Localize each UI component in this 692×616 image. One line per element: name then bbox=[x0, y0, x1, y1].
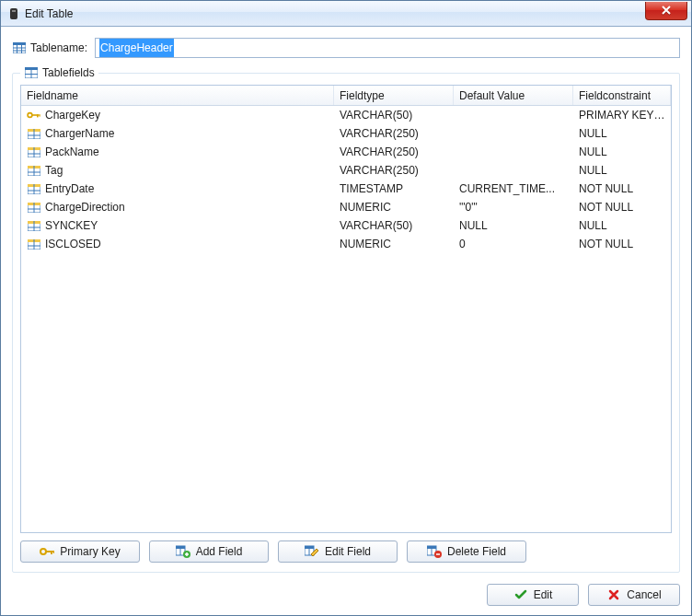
field-constraint: PRIMARY KEY N... bbox=[573, 109, 671, 122]
check-icon bbox=[513, 587, 528, 602]
field-constraint: NULL bbox=[573, 127, 671, 140]
tablename-row: Tablename: ChargeHeader bbox=[12, 38, 680, 58]
field-type: VARCHAR(250) bbox=[334, 164, 454, 177]
field-name: ISCLOSED bbox=[45, 238, 101, 250]
column-icon bbox=[27, 181, 41, 196]
field-type: TIMESTAMP bbox=[334, 182, 454, 195]
svg-rect-46 bbox=[51, 551, 52, 554]
fields-body: ChargeKeyVARCHAR(50)PRIMARY KEY N...Char… bbox=[21, 106, 671, 532]
svg-rect-3 bbox=[13, 42, 26, 45]
tablename-input[interactable]: ChargeHeader bbox=[95, 38, 680, 58]
edit-table-window: Edit Table Tablename: ChargeHeader Ta bbox=[0, 0, 692, 616]
table-row[interactable]: PackNameVARCHAR(250)NULL bbox=[21, 143, 671, 161]
tablefields-group: Tablefields Fieldname Fieldtype Default … bbox=[12, 73, 680, 573]
key-icon bbox=[27, 108, 41, 122]
tablename-label: Tablename: bbox=[30, 41, 87, 54]
close-button[interactable] bbox=[645, 2, 687, 20]
field-constraint: NULL bbox=[573, 164, 671, 177]
field-constraint: NOT NULL bbox=[573, 238, 671, 250]
add-field-icon bbox=[176, 544, 190, 559]
column-icon bbox=[27, 126, 41, 141]
column-icon bbox=[27, 200, 41, 215]
svg-rect-14 bbox=[37, 114, 39, 117]
tablename-value: ChargeHeader bbox=[99, 39, 174, 57]
svg-rect-15 bbox=[40, 114, 40, 116]
fields-list[interactable]: Fieldname Fieldtype Default Value Fieldc… bbox=[20, 85, 672, 533]
field-type: VARCHAR(50) bbox=[334, 109, 454, 122]
edit-button[interactable]: Edit bbox=[487, 584, 579, 606]
column-icon bbox=[27, 218, 41, 233]
column-icon bbox=[27, 145, 41, 159]
column-icon bbox=[27, 163, 41, 178]
field-constraint: NULL bbox=[573, 219, 671, 232]
table-row[interactable]: ISCLOSEDNUMERIC0NOT NULL bbox=[21, 235, 671, 253]
primary-key-button[interactable]: Primary Key bbox=[20, 540, 140, 563]
field-constraint: NOT NULL bbox=[573, 182, 671, 195]
table-row[interactable]: SYNCKEYVARCHAR(50)NULLNULL bbox=[21, 216, 671, 235]
titlebar: Edit Table bbox=[1, 1, 691, 27]
add-field-button[interactable]: Add Field bbox=[149, 540, 269, 563]
table-icon bbox=[12, 41, 27, 55]
field-type: VARCHAR(250) bbox=[334, 127, 454, 140]
field-constraint: NULL bbox=[573, 145, 671, 158]
field-type: NUMERIC bbox=[334, 201, 454, 214]
header-fieldconstraint[interactable]: Fieldconstraint bbox=[573, 86, 671, 105]
table-row[interactable]: ChargeDirectionNUMERIC'"0"'NOT NULL bbox=[21, 198, 671, 216]
svg-rect-47 bbox=[53, 551, 54, 553]
field-default: NULL bbox=[454, 219, 573, 232]
field-default: '"0"' bbox=[454, 201, 573, 214]
dialog-footer: Edit Cancel bbox=[1, 582, 691, 615]
svg-rect-1 bbox=[12, 10, 16, 12]
delete-field-button[interactable]: Delete Field bbox=[407, 540, 526, 563]
field-default: 0 bbox=[454, 238, 573, 250]
field-default: CURRENT_TIME... bbox=[454, 182, 573, 195]
field-name: Tag bbox=[45, 164, 63, 177]
field-type: NUMERIC bbox=[334, 238, 454, 250]
column-icon bbox=[27, 237, 41, 251]
app-icon bbox=[6, 6, 21, 21]
field-type: VARCHAR(250) bbox=[334, 145, 454, 158]
table-row[interactable]: EntryDateTIMESTAMPCURRENT_TIME...NOT NUL… bbox=[21, 180, 671, 198]
window-title: Edit Table bbox=[25, 7, 73, 20]
field-buttons-row: Primary Key Add Field Edit Field bbox=[20, 540, 672, 563]
edit-field-button[interactable]: Edit Field bbox=[278, 540, 398, 563]
table-row[interactable]: TagVARCHAR(250)NULL bbox=[21, 161, 671, 180]
fields-icon bbox=[24, 65, 39, 80]
field-name: ChargeDirection bbox=[45, 201, 125, 214]
field-name: SYNCKEY bbox=[45, 219, 98, 232]
field-type: VARCHAR(50) bbox=[334, 219, 454, 232]
edit-field-icon bbox=[305, 544, 319, 559]
header-defaultvalue[interactable]: Default Value bbox=[454, 86, 573, 105]
delete-field-icon bbox=[427, 544, 442, 559]
client-area: Tablename: ChargeHeader Tablefields Fiel… bbox=[1, 27, 691, 582]
field-constraint: NOT NULL bbox=[573, 201, 671, 214]
svg-point-12 bbox=[28, 113, 32, 118]
table-row[interactable]: ChargerNameVARCHAR(250)NULL bbox=[21, 124, 671, 143]
field-name: ChargerName bbox=[45, 127, 114, 140]
field-name: EntryDate bbox=[45, 182, 94, 195]
cancel-icon bbox=[606, 587, 621, 602]
header-fieldtype[interactable]: Fieldtype bbox=[334, 86, 454, 105]
svg-rect-0 bbox=[10, 8, 17, 19]
tablefields-label: Tablefields bbox=[42, 66, 95, 79]
table-row[interactable]: ChargeKeyVARCHAR(50)PRIMARY KEY N... bbox=[21, 106, 671, 124]
header-fieldname[interactable]: Fieldname bbox=[21, 86, 334, 105]
fields-header: Fieldname Fieldtype Default Value Fieldc… bbox=[21, 86, 671, 106]
key-icon bbox=[40, 544, 54, 559]
field-name: ChargeKey bbox=[45, 109, 100, 122]
cancel-button[interactable]: Cancel bbox=[588, 584, 680, 606]
field-name: PackName bbox=[45, 145, 99, 158]
